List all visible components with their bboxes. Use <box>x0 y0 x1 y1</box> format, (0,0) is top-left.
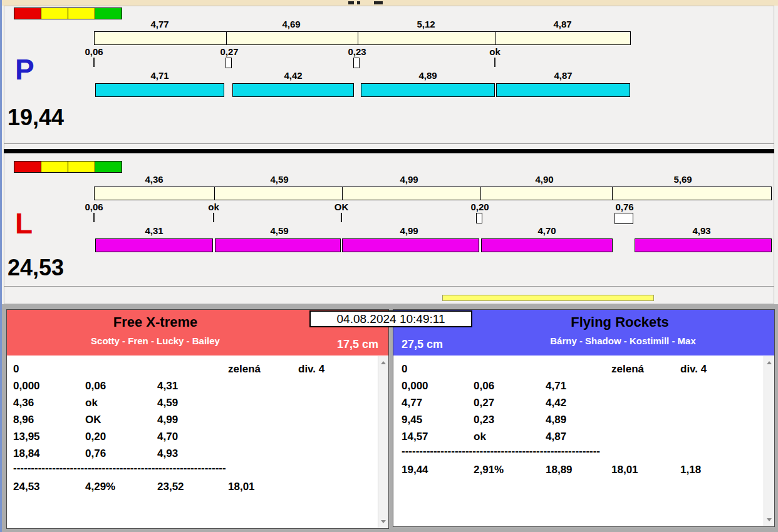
lane-l-mark-label: ok <box>208 202 219 212</box>
lane-l-mark-label: 0,06 <box>85 202 103 212</box>
lane-p-split-segment <box>95 83 224 97</box>
table-cell <box>85 361 157 377</box>
lane-l-bottom-split: 4,93 <box>692 225 710 236</box>
table-cell <box>228 394 298 411</box>
lane-l-cumulative-bar <box>94 187 772 200</box>
lane-p-mark-label: 0,06 <box>85 46 103 57</box>
lane-p-mark-label: ok <box>489 46 501 57</box>
mark-tick <box>341 213 342 222</box>
bar-divider <box>342 187 343 200</box>
lane-p-letter: P <box>15 55 34 84</box>
table-cell: 23,52 <box>157 478 228 495</box>
table-cell: 4,87 <box>546 428 611 445</box>
table-cell: 18,89 <box>546 461 611 478</box>
table-cell <box>228 445 298 462</box>
yellow-light-icon <box>41 161 68 173</box>
table-row: 4,770,274,42 <box>393 394 774 411</box>
lane-l-bottom-split: 4,99 <box>400 225 418 236</box>
lane-l-bottom-split: 4,31 <box>145 225 163 236</box>
table-cell: zelená <box>611 361 680 377</box>
table-separator: ----------------------------------------… <box>393 445 774 458</box>
table-cell <box>474 361 546 377</box>
table-cell: 9,45 <box>402 411 474 428</box>
table-cell: 0,000 <box>13 377 85 394</box>
lanes-divider <box>4 149 774 153</box>
lane-l-bottom-split: 4,70 <box>537 225 556 236</box>
team-left-jump-height: 17,5 cm <box>337 338 378 351</box>
table-cell: 0,23 <box>474 411 546 428</box>
table-cell: zelená <box>228 361 298 377</box>
table-cell <box>298 394 388 411</box>
lane-l-bottom-split: 4,59 <box>270 225 288 236</box>
background-window-text-fragment <box>357 1 360 4</box>
table-cell: 0 <box>13 361 85 377</box>
lane-p-bottom-split: 4,42 <box>284 70 302 81</box>
bar-divider <box>214 187 215 200</box>
mark-box <box>476 213 482 223</box>
mark-tick <box>93 58 95 67</box>
scroll-up-button[interactable] <box>764 357 774 367</box>
table-row: 0,0000,064,31 <box>7 377 388 394</box>
table-row: 0,0000,064,71 <box>393 377 774 394</box>
table-row: 0zelenádiv. 4 <box>393 361 774 377</box>
table-cell: 0,06 <box>85 377 157 394</box>
lane-l-split-segment <box>95 238 213 252</box>
table-cell: 13,95 <box>13 428 85 445</box>
team-right-scrollbar[interactable] <box>764 356 774 526</box>
triangle-down-icon <box>767 518 772 521</box>
team-left-scrollbar[interactable] <box>378 356 388 528</box>
mark-tick <box>213 213 214 222</box>
lane-p-bottom-split: 4,89 <box>418 70 437 81</box>
lane-p-bottom-split: 4,71 <box>150 70 169 81</box>
table-cell: 4,59 <box>157 394 228 411</box>
mark-tick <box>494 58 495 67</box>
triangle-up-icon <box>381 361 386 364</box>
lane-l-top-split: 5,69 <box>673 174 692 185</box>
table-cell: 0,76 <box>85 445 157 462</box>
lane-p-split-segment <box>361 83 495 97</box>
lane-p-bottom-split: 4,87 <box>554 70 572 81</box>
table-cell: 8,96 <box>13 411 85 428</box>
scroll-down-button[interactable] <box>764 514 774 524</box>
scroll-down-button[interactable] <box>378 516 388 526</box>
lane-l-split-segment <box>215 238 341 252</box>
table-row: 0zelenádiv. 4 <box>7 361 388 377</box>
lane-l-mark-label: 0,20 <box>470 202 489 212</box>
team-right-members: Bárny - Shadow - Kostimill - Max <box>393 335 774 346</box>
lane-l-split-segment <box>481 238 613 252</box>
table-cell: 0 <box>402 361 474 377</box>
scroll-up-button[interactable] <box>378 357 388 367</box>
lane-l-top-split: 4,36 <box>145 174 163 185</box>
lane-p-traffic-lights <box>14 8 122 19</box>
lanes-background <box>4 6 774 304</box>
table-cell: 14,57 <box>402 428 474 445</box>
background-window-text-fragment <box>348 1 354 4</box>
table-row: 18,840,764,93 <box>7 445 388 462</box>
table-cell: ok <box>474 428 546 445</box>
table-cell: 4,29% <box>85 478 157 495</box>
bar-divider <box>480 187 481 200</box>
table-cell: ok <box>85 394 157 411</box>
table-cell: 4,42 <box>546 394 611 411</box>
table-cell <box>298 478 388 495</box>
yellow-light-icon <box>68 8 95 19</box>
table-cell: div. 4 <box>680 361 774 377</box>
team-left-panel: Free X-treme Scotty - Fren - Lucky - Bai… <box>6 309 389 529</box>
background-window-text-fragment <box>374 1 383 4</box>
table-cell <box>611 428 680 445</box>
bar-divider <box>358 31 358 45</box>
mark-box <box>353 58 360 68</box>
table-cell: 4,77 <box>402 394 474 411</box>
lane-l-split-segment <box>635 238 772 252</box>
table-cell <box>680 428 774 445</box>
lane-p-split-segment <box>232 83 354 97</box>
lane-l-traffic-lights <box>14 161 122 173</box>
table-cell: 0,20 <box>85 428 157 445</box>
lane-l-mark-label: 0,76 <box>615 202 633 212</box>
progress-yellow-bar <box>442 295 654 301</box>
table-cell <box>680 411 774 428</box>
table-cell <box>611 377 680 394</box>
table-row: 4,36ok4,59 <box>7 394 388 411</box>
lane-l-top-split: 4,59 <box>270 174 288 185</box>
table-cell: 4,99 <box>157 411 228 428</box>
